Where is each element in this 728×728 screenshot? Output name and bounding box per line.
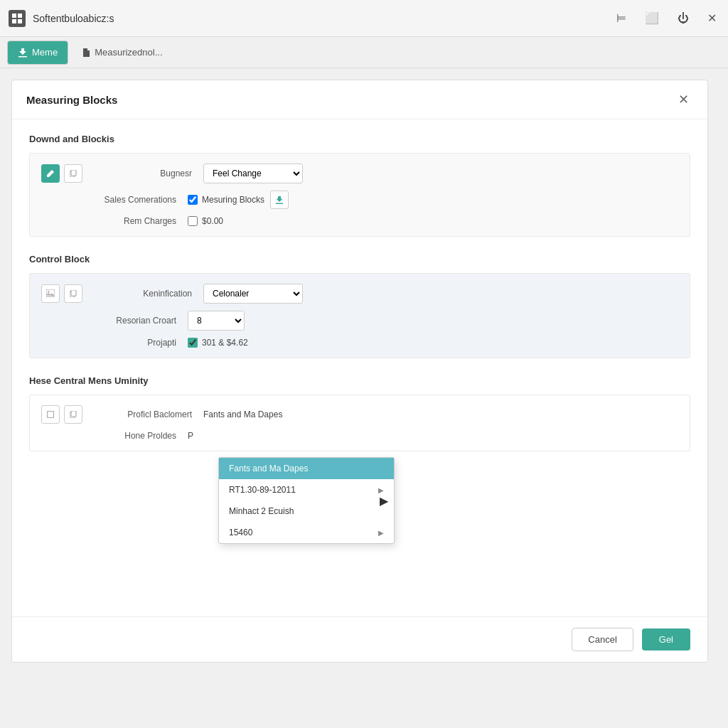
icon-group-2 <box>41 284 82 303</box>
field-sales-value: Mesuring Blocks <box>188 191 289 209</box>
download-icon <box>18 48 28 58</box>
dropdown-trigger-proficl[interactable]: Fants and Ma Dapes <box>203 410 282 419</box>
checkbox-projapti[interactable] <box>188 338 198 348</box>
dialog-header: Measuring Blocks ✕ <box>12 80 707 119</box>
field-bugnesr-value: Feel Change <box>203 164 303 183</box>
dialog-footer: Cancel Gel <box>12 616 707 662</box>
measuring-blocks-dialog: Measuring Blocks ✕ Downd and Blockis <box>11 80 708 663</box>
copy-icon-3 <box>70 411 77 418</box>
tab-meme[interactable]: Meme <box>7 41 68 65</box>
icon-copy <box>64 164 82 183</box>
label-rem: Rem Charges <box>74 216 188 226</box>
section-downd-content: Bugnesr Feel Change Sales Comerations <box>29 153 690 237</box>
svg-rect-12 <box>71 411 76 417</box>
icon-edit <box>41 164 60 183</box>
tab-measurizednol[interactable]: Measurizednol... <box>71 41 173 65</box>
rem-dollar-text: $0.00 <box>202 216 223 226</box>
label-keninfication: Keninfication <box>90 289 203 299</box>
field-rem-value: $0.00 <box>188 216 223 226</box>
dropdown-item-label-0: Fants and Ma Dapes <box>229 464 308 473</box>
section-control-block: Control Block <box>29 254 690 358</box>
svg-rect-2 <box>12 19 16 23</box>
dropdown-item-label-3: 15460 <box>229 528 252 537</box>
app-title: Softentbuloabicz:s <box>33 13 114 24</box>
mesuring-blocks-text: Mesuring Blocks <box>202 195 264 205</box>
dropdown-item-1[interactable]: RT1.30-89-12011 ▶ <box>219 479 394 500</box>
label-bugnesr: Bugnesr <box>90 168 203 178</box>
icon-image <box>41 284 60 303</box>
row-bugnesr: Bugnesr Feel Change <box>41 164 678 183</box>
power-button[interactable]: ⏻ <box>675 9 692 28</box>
row-resorian: Resorian Croart 8 <box>41 311 678 331</box>
field-projapti-value: 301 & $4.62 <box>188 338 248 348</box>
icon-copy-3 <box>64 405 82 424</box>
copy-icon <box>70 170 77 177</box>
row-keninfication: Keninfication Celonaler <box>41 284 678 304</box>
check-icon <box>47 411 54 418</box>
svg-rect-3 <box>18 19 22 23</box>
svg-rect-5 <box>71 170 76 176</box>
field-hone-value: P <box>188 431 193 441</box>
dropdown-item-3[interactable]: 15460 ▶ <box>219 522 394 543</box>
svg-point-7 <box>48 291 49 292</box>
icon-copy-2 <box>64 284 82 303</box>
app-icon <box>9 10 26 27</box>
edit-icon <box>46 169 55 178</box>
label-resorian: Resorian Croart <box>74 316 188 326</box>
svg-rect-0 <box>12 14 16 18</box>
icon-checkbox-empty <box>41 405 60 424</box>
field-resorian-value: 8 <box>188 311 245 331</box>
label-proficl: Proficl Baclomert <box>90 410 203 419</box>
tab-bar: Meme Measurizednol... <box>0 37 728 68</box>
cancel-button[interactable]: Cancel <box>572 628 633 651</box>
field-proficl-value: Fants and Ma Dapes <box>203 410 282 419</box>
window-controls: ⊨ ⬜ ⏻ ✕ <box>614 9 719 28</box>
select-bugnesr[interactable]: Feel Change <box>203 164 303 183</box>
checkbox-projapti-label[interactable]: 301 & $4.62 <box>188 338 248 348</box>
dropdown-item-2[interactable]: Minhact 2 Ecuish <box>219 500 394 522</box>
svg-rect-9 <box>71 290 76 296</box>
section-downd-blockis: Downd and Blockis <box>29 134 690 237</box>
section-hese-content: Proficl Baclomert Fants and Ma Dapes Hon… <box>29 395 690 451</box>
checkbox-mesuring-blocks-label[interactable]: Mesuring Blocks <box>188 195 264 205</box>
download-icon-small <box>275 196 284 204</box>
row-projapti: Projapti 301 & $4.62 <box>41 338 678 348</box>
label-hone: Hone Proldes <box>74 431 188 441</box>
hone-text: P <box>188 431 193 441</box>
dropdown-item-label-1: RT1.30-89-12011 <box>229 485 296 495</box>
select-resorian[interactable]: 8 <box>188 311 245 331</box>
dropdown-item-0[interactable]: Fants and Ma Dapes ▶ <box>219 458 394 479</box>
dialog-close-button[interactable]: ✕ <box>674 90 693 109</box>
field-keninfication-value: Celonaler <box>203 284 303 304</box>
section-hese-title: Hese Central Mens Uminity <box>29 375 690 386</box>
checkbox-rem[interactable] <box>188 216 198 226</box>
dialog-title: Measuring Blocks <box>26 94 117 106</box>
checkbox-mesuring-blocks[interactable] <box>188 195 198 205</box>
pin-button[interactable]: ⊨ <box>614 9 629 28</box>
close-button[interactable]: ✕ <box>705 9 719 28</box>
row-proficl: Proficl Baclomert Fants and Ma Dapes <box>41 405 678 424</box>
projapti-text: 301 & $4.62 <box>202 338 248 348</box>
row-rem-charges: Rem Charges $0.00 <box>41 216 678 226</box>
section-control-content: Keninfication Celonaler Resorian Croart <box>29 273 690 358</box>
confirm-button[interactable]: Gel <box>642 628 690 651</box>
title-bar: Softentbuloabicz:s ⊨ ⬜ ⏻ ✕ <box>0 0 728 37</box>
dropdown-menu: Fants and Ma Dapes ▶ RT1.30-89-12011 ▶ M… <box>218 457 395 544</box>
copy-icon-2 <box>70 290 77 297</box>
dialog-body: Downd and Blockis <box>12 119 707 483</box>
label-projapti: Projapti <box>74 338 188 348</box>
label-sales: Sales Comerations <box>74 195 188 205</box>
download-mesuring-btn[interactable] <box>270 191 289 209</box>
dropdown-item-label-2: Minhact 2 Ecuish <box>229 506 294 516</box>
checkbox-rem-label[interactable]: $0.00 <box>188 216 223 226</box>
restore-button[interactable]: ⬜ <box>642 9 662 28</box>
row-sales-comerations: Sales Comerations Mesuring Blocks <box>41 191 678 209</box>
svg-rect-10 <box>48 412 54 418</box>
app-window: Softentbuloabicz:s ⊨ ⬜ ⏻ ✕ Meme Measuriz… <box>0 0 728 728</box>
section-downd-title: Downd and Blockis <box>29 134 690 144</box>
section-control-title: Control Block <box>29 254 690 264</box>
cursor-pointer: ▶ <box>380 494 388 508</box>
select-keninfication[interactable]: Celonaler <box>203 284 303 304</box>
section-hese-central: Hese Central Mens Uminity <box>29 375 690 451</box>
file-icon <box>82 48 90 57</box>
